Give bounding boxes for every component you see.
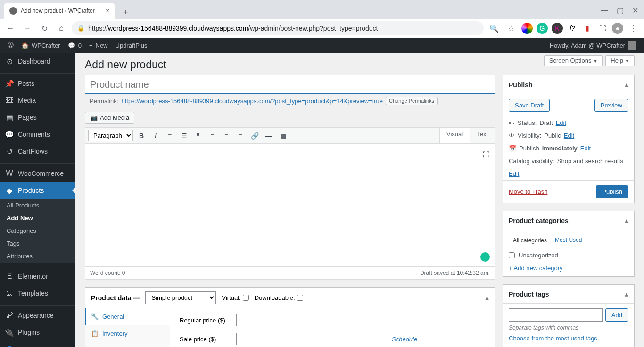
product-type-select[interactable]: Simple product: [145, 291, 216, 304]
submenu-all-products[interactable]: All Products: [0, 199, 75, 212]
zoom-icon[interactable]: 🔍: [487, 22, 501, 35]
menu-products[interactable]: ◆Products: [0, 182, 75, 199]
howdy-link[interactable]: Howdy, Adam @ WPCrafter: [546, 38, 640, 53]
menu-posts[interactable]: 📌Posts: [0, 75, 75, 92]
edit-publish-link[interactable]: Edit: [580, 145, 591, 152]
chevron-up-icon[interactable]: ▴: [625, 216, 628, 225]
add-tag-button[interactable]: Add: [605, 308, 628, 322]
sale-price-input[interactable]: [236, 333, 387, 345]
menu-woocommerce[interactable]: WWooCommerce: [0, 165, 75, 182]
chevron-up-icon[interactable]: ▴: [625, 80, 628, 89]
edit-catalog-link[interactable]: Edit: [509, 170, 519, 177]
category-item[interactable]: Uncategorized: [509, 250, 628, 261]
ext-icon-k[interactable]: K: [552, 23, 563, 34]
menu-cartflows[interactable]: ↺CartFlows: [0, 143, 75, 160]
cat-tab-all[interactable]: All categories: [509, 235, 551, 246]
menu-plugins[interactable]: 🔌Plugins: [0, 324, 75, 341]
virtual-checkbox-label[interactable]: Virtual:: [222, 294, 248, 301]
change-permalinks-button[interactable]: Change Permalinks: [386, 97, 438, 105]
trash-link[interactable]: Move to Trash: [509, 188, 547, 195]
menu-media[interactable]: 🖾Media: [0, 92, 75, 109]
italic-button[interactable]: I: [150, 130, 161, 141]
new-link[interactable]: +New: [85, 38, 112, 53]
link-button[interactable]: 🔗: [249, 130, 260, 141]
number-list-button[interactable]: ☰: [178, 130, 190, 141]
window-close-icon[interactable]: ✕: [632, 6, 638, 15]
add-media-button[interactable]: 📷Add Media: [85, 112, 134, 124]
menu-appearance[interactable]: 🖌Appearance: [0, 307, 75, 324]
pd-tab-shipping[interactable]: 🚚Shipping: [85, 342, 170, 347]
grammarly-icon[interactable]: [480, 252, 490, 262]
pd-tab-inventory[interactable]: 📋Inventory: [85, 325, 170, 342]
more-button[interactable]: —: [263, 130, 274, 141]
menu-icon[interactable]: ⋮: [627, 22, 640, 35]
ext-icon-1[interactable]: [521, 23, 533, 34]
ext-icon-lastpass[interactable]: ▮: [582, 23, 593, 34]
profile-icon[interactable]: ●: [612, 23, 623, 34]
virtual-checkbox[interactable]: [243, 295, 249, 301]
downloadable-checkbox[interactable]: [297, 295, 303, 301]
site-link[interactable]: 🏠WPCrafter: [17, 38, 64, 53]
edit-status-link[interactable]: Edit: [556, 119, 566, 126]
product-name-input[interactable]: [85, 75, 495, 94]
updraft-link[interactable]: UpdraftPlus: [112, 38, 151, 53]
pd-tab-general[interactable]: 🔧General: [85, 308, 170, 325]
menu-comments[interactable]: 💬Comments: [0, 126, 75, 143]
ext-icon-f[interactable]: f?: [567, 23, 578, 34]
ext-icon-grammarly[interactable]: G: [537, 23, 548, 34]
align-right-button[interactable]: ≡: [235, 130, 246, 141]
bold-button[interactable]: B: [136, 130, 147, 141]
downloadable-checkbox-label[interactable]: Downloadable:: [255, 294, 303, 301]
wp-logo-icon[interactable]: Ⓦ: [4, 38, 17, 53]
new-tab-button[interactable]: +: [119, 6, 132, 19]
edit-visibility-link[interactable]: Edit: [564, 132, 574, 139]
menu-dashboard[interactable]: ⊙Dashboard: [0, 53, 75, 70]
menu-elementor[interactable]: EElementor: [0, 268, 75, 285]
bookmark-star-icon[interactable]: ☆: [504, 22, 518, 35]
choose-tags-link[interactable]: Choose from the most used tags: [509, 335, 628, 342]
menu-users[interactable]: 👤Users: [0, 341, 75, 347]
comments-link[interactable]: 💬0: [64, 38, 85, 53]
permalink-url[interactable]: https://wordpress-156488-889399.cloudway…: [121, 98, 383, 105]
add-category-link[interactable]: + Add new category: [509, 264, 628, 272]
save-draft-button[interactable]: Save Draft: [509, 99, 550, 112]
editor-body[interactable]: [85, 144, 495, 266]
preview-button[interactable]: Preview: [594, 99, 628, 112]
align-center-button[interactable]: ≡: [221, 130, 232, 141]
elementor-icon: E: [5, 272, 14, 281]
ext-icon-focus[interactable]: ⛶: [597, 23, 608, 34]
schedule-link[interactable]: Schedule: [392, 336, 417, 343]
bullet-list-button[interactable]: ≡: [164, 130, 175, 141]
tag-input[interactable]: [509, 308, 603, 322]
home-button[interactable]: ⌂: [55, 22, 68, 35]
chevron-up-icon[interactable]: ▴: [625, 289, 628, 298]
menu-pages[interactable]: ▤Pages: [0, 109, 75, 126]
window-maximize-icon[interactable]: ▢: [617, 6, 624, 15]
submenu-categories[interactable]: Categories: [0, 224, 75, 237]
submenu-tags[interactable]: Tags: [0, 237, 75, 250]
window-minimize-icon[interactable]: —: [601, 6, 608, 15]
submenu-attributes[interactable]: Attributes: [0, 250, 75, 263]
close-icon[interactable]: ×: [106, 7, 109, 15]
tab-visual[interactable]: Visual: [439, 128, 470, 143]
format-select[interactable]: Paragraph: [88, 130, 133, 141]
publish-button[interactable]: Publish: [596, 185, 628, 198]
align-left-button[interactable]: ≡: [206, 130, 218, 141]
category-checkbox[interactable]: [509, 252, 515, 258]
chevron-up-icon[interactable]: ▴: [485, 293, 489, 302]
address-bar[interactable]: 🔒 https://wordpress-156488-889399.cloudw…: [72, 21, 484, 35]
content-area: Screen Options▼ Help▼ Add new product Pe…: [75, 53, 644, 347]
help-button[interactable]: Help▼: [605, 55, 635, 66]
submenu-add-new[interactable]: Add New: [0, 212, 75, 224]
screen-options-button[interactable]: Screen Options▼: [544, 55, 603, 66]
regular-price-input[interactable]: [236, 314, 387, 326]
tab-text[interactable]: Text: [470, 128, 495, 143]
quote-button[interactable]: ❝: [192, 130, 204, 141]
browser-tab[interactable]: Add new product ‹ WPCrafter — ×: [4, 3, 115, 19]
menu-templates[interactable]: 🗂Templates: [0, 285, 75, 302]
toolbar-toggle-button[interactable]: ▦: [277, 130, 289, 141]
back-button[interactable]: ←: [4, 22, 17, 35]
cat-tab-most[interactable]: Most Used: [551, 235, 586, 246]
product-data-box: Product data — Simple product Virtual: D…: [85, 287, 495, 347]
reload-button[interactable]: ↻: [38, 22, 51, 35]
